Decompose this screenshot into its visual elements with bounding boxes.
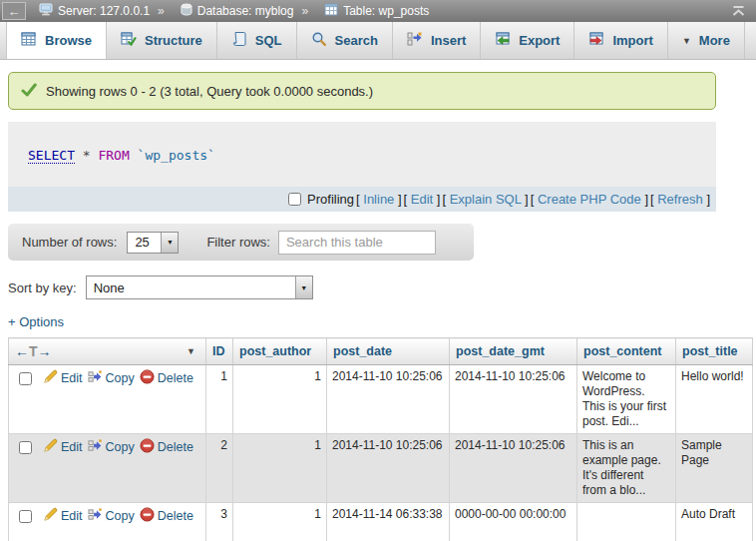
sql-query-text: SELECT * FROM `wp_posts`: [8, 122, 716, 187]
cell-post-author[interactable]: 1: [233, 503, 327, 541]
sql-icon: [231, 31, 247, 50]
cell-id[interactable]: 1: [206, 365, 233, 434]
column-header-id[interactable]: ID: [206, 338, 233, 365]
delete-icon: [140, 507, 155, 526]
tab-import[interactable]: Import: [574, 22, 667, 59]
breadcrumb-bar: ← Server: 127.0.0.1 » Database: myblog »…: [0, 0, 756, 22]
breadcrumb-server-label: Server: 127.0.0.1: [58, 4, 150, 18]
rows-control-bar: Number of rows: 25 ▼ Filter rows:: [8, 224, 474, 261]
row-actions-cell: Edit Copy Delete: [9, 434, 206, 503]
profiling-link-edit[interactable]: Edit: [411, 192, 433, 207]
row-checkbox[interactable]: [19, 510, 32, 523]
profiling-checkbox[interactable]: [288, 193, 301, 206]
profiling-toolbar: Profiling [ Inline ] [ Edit ] [ Explain …: [8, 187, 716, 212]
tab-more[interactable]: ▼ More: [668, 22, 745, 59]
cell-post-date[interactable]: 2014-11-14 06:33:38: [327, 503, 450, 541]
copy-link[interactable]: Copy: [88, 369, 135, 388]
cell-post-date[interactable]: 2014-11-10 10:25:06: [327, 365, 450, 434]
tab-export[interactable]: Export: [481, 22, 574, 59]
cell-post-content[interactable]: [577, 503, 676, 541]
table-row: Edit Copy Delete 3 1 2014-11-14 06:33:38…: [9, 503, 753, 541]
copy-link[interactable]: Copy: [88, 507, 135, 526]
cell-post-title[interactable]: Hello world!: [676, 365, 753, 434]
cell-post-date-gmt[interactable]: 2014-11-10 10:25:06: [450, 434, 577, 503]
row-checkbox[interactable]: [19, 372, 32, 385]
sort-by-key-select[interactable]: None ▼: [86, 275, 313, 299]
cell-post-title[interactable]: Sample Page: [676, 434, 753, 503]
header-dropdown-icon[interactable]: ▼: [187, 346, 195, 356]
profiling-label: Profiling: [307, 192, 354, 207]
table-row: Edit Copy Delete 1 1 2014-11-10 10:25:06…: [9, 365, 753, 434]
number-of-rows-label: Number of rows:: [22, 235, 117, 250]
tab-bar: Browse Structure SQL Search Insert Expor…: [0, 22, 756, 60]
tab-sql-label: SQL: [255, 33, 282, 48]
tab-insert-label: Insert: [431, 33, 466, 48]
tab-search[interactable]: Search: [297, 22, 393, 59]
search-icon: [311, 31, 327, 50]
row-checkbox[interactable]: [19, 441, 32, 454]
tab-structure-label: Structure: [145, 33, 202, 48]
breadcrumb-server[interactable]: Server: 127.0.0.1: [39, 3, 150, 19]
cell-post-content[interactable]: This is an example page. It's different …: [577, 434, 676, 503]
options-toggle-link[interactable]: + Options: [8, 314, 64, 329]
edit-pencil-icon: [43, 369, 58, 388]
sql-table-identifier: `wp_posts`: [138, 148, 215, 163]
profiling-link-explain-sql[interactable]: Explain SQL: [450, 192, 522, 207]
filter-rows-input[interactable]: [278, 231, 436, 255]
column-header-post-date-gmt[interactable]: post_date_gmt: [450, 338, 577, 365]
sort-by-key-value: None: [87, 276, 295, 298]
breadcrumb-table-label: Table: wp_posts: [343, 4, 429, 18]
column-header-post-content[interactable]: post_content: [577, 338, 676, 365]
cell-post-author[interactable]: 1: [233, 365, 327, 434]
cell-id[interactable]: 2: [206, 434, 233, 503]
copy-link[interactable]: Copy: [88, 438, 135, 457]
column-header-post-date[interactable]: post_date: [327, 338, 450, 365]
tab-structure[interactable]: Structure: [107, 22, 217, 59]
tab-sql[interactable]: SQL: [217, 22, 297, 59]
edit-link[interactable]: Edit: [43, 507, 83, 526]
row-actions-cell: Edit Copy Delete: [9, 503, 206, 541]
sort-row: Sort by key: None ▼: [8, 275, 756, 299]
cell-post-title[interactable]: Auto Draft: [676, 503, 753, 541]
tab-insert[interactable]: Insert: [393, 22, 481, 59]
cell-post-date-gmt[interactable]: 2014-11-10 10:25:06: [450, 365, 577, 434]
sql-query-panel: SELECT * FROM `wp_posts` Profiling [ Inl…: [8, 122, 716, 212]
breadcrumb-separator: »: [158, 4, 165, 18]
copy-row-icon: [88, 507, 103, 526]
profiling-link-create-php-code[interactable]: Create PHP Code: [538, 192, 641, 207]
delete-link[interactable]: Delete: [140, 369, 193, 388]
edit-link[interactable]: Edit: [43, 438, 83, 457]
filter-rows-label: Filter rows:: [206, 235, 270, 250]
cell-post-date-gmt[interactable]: 0000-00-00 00:00:00: [450, 503, 577, 541]
cell-post-author[interactable]: 1: [233, 434, 327, 503]
cell-post-content[interactable]: Welcome to WordPress. This is your first…: [577, 365, 676, 434]
breadcrumb-table[interactable]: Table: wp_posts: [324, 3, 429, 19]
collapse-top-icon[interactable]: [731, 5, 746, 17]
import-icon: [588, 31, 604, 50]
delete-link[interactable]: Delete: [140, 507, 193, 526]
database-icon: [181, 3, 192, 19]
back-button[interactable]: ←: [2, 2, 26, 20]
cell-id[interactable]: 3: [206, 503, 233, 541]
tab-browse-label: Browse: [45, 33, 92, 48]
export-icon: [495, 31, 511, 50]
copy-row-icon: [88, 438, 103, 457]
column-header-post-title[interactable]: post_title: [676, 338, 753, 365]
tab-browse[interactable]: Browse: [6, 22, 107, 59]
column-header-post-author[interactable]: post_author: [233, 338, 327, 365]
profiling-link-inline[interactable]: Inline: [363, 192, 394, 207]
edit-link[interactable]: Edit: [43, 369, 83, 388]
breadcrumb-database[interactable]: Database: myblog: [181, 3, 294, 19]
sql-star: *: [83, 148, 91, 163]
table-body: Edit Copy Delete 1 1 2014-11-10 10:25:06…: [9, 365, 753, 541]
transpose-control[interactable]: ←T→: [15, 343, 52, 359]
number-of-rows-select[interactable]: 25 ▼: [127, 232, 179, 254]
cell-post-date[interactable]: 2014-11-10 10:25:06: [327, 434, 450, 503]
browse-icon: [21, 31, 37, 50]
profiling-link-refresh[interactable]: Refresh: [657, 192, 703, 207]
sql-keyword-select[interactable]: SELECT: [28, 148, 75, 164]
table-header-row: ←T→ ▼ ID post_author post_date post_date…: [9, 338, 753, 365]
delete-link[interactable]: Delete: [140, 438, 193, 457]
column-header-actions: ←T→ ▼: [9, 338, 206, 365]
tab-more-label: More: [699, 33, 730, 48]
